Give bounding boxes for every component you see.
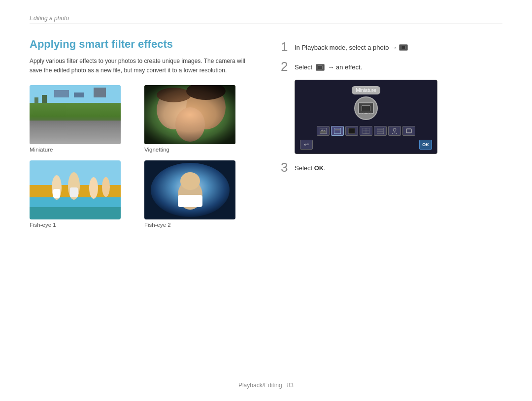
step-1: 1 In Playback mode, select a photo →: [281, 40, 502, 53]
svg-rect-19: [30, 207, 121, 219]
fisheye1-label: Fish-eye 1: [30, 222, 136, 228]
list-item: Vignetting: [144, 85, 251, 153]
svg-point-10: [157, 90, 191, 129]
tooltip-bubble: Miniature: [352, 86, 380, 94]
top-divider: [30, 24, 502, 24]
svg-marker-33: [320, 129, 326, 131]
fisheye2-photo: [144, 160, 235, 219]
filter-icon-6[interactable]: [388, 126, 401, 136]
filter-icon-7[interactable]: [402, 126, 415, 136]
filter-icon-2[interactable]: [331, 126, 344, 136]
panel-inner: Miniature: [300, 86, 432, 150]
svg-rect-7: [74, 93, 84, 97]
right-section: 1 In Playback mode, select a photo → 2 S…: [281, 38, 502, 228]
svg-rect-15: [144, 85, 235, 144]
step-1-text: In Playback mode, select a photo →: [295, 40, 408, 53]
vignetting-photo: [144, 85, 235, 144]
filter-icon-4[interactable]: [360, 126, 372, 136]
step-number-3: 3: [281, 161, 291, 174]
svg-rect-2: [30, 127, 121, 144]
svg-rect-32: [320, 131, 326, 133]
panel-bottom: ↩ OK: [300, 140, 432, 150]
miniature-label: Miniature: [30, 147, 136, 153]
footer-page-number: 83: [287, 382, 294, 389]
svg-point-23: [102, 177, 110, 197]
list-item: Miniature: [30, 85, 136, 153]
list-item: Fish-eye 2: [144, 160, 251, 228]
svg-rect-38: [349, 128, 355, 133]
svg-rect-30: [178, 195, 202, 207]
svg-point-22: [89, 177, 98, 199]
section-description: Apply various filter effects to your pho…: [30, 57, 251, 75]
svg-point-13: [157, 88, 191, 102]
content-area: Applying smart filter effects Apply vari…: [30, 38, 502, 228]
step-2: 2 Select → an effect.: [281, 60, 502, 73]
fisheye1-photo: [30, 160, 121, 219]
page-footer: Playback/Editing 83: [0, 382, 532, 389]
svg-rect-25: [70, 187, 78, 197]
breadcrumb: Editing a photo: [30, 15, 502, 22]
filter-icon-1[interactable]: [317, 126, 330, 136]
svg-rect-4: [34, 97, 38, 110]
svg-rect-46: [406, 129, 411, 133]
svg-rect-6: [54, 90, 69, 97]
ok-button[interactable]: OK: [419, 140, 432, 150]
section-title: Applying smart filter effects: [30, 38, 251, 51]
svg-point-45: [393, 128, 396, 131]
svg-point-14: [186, 85, 226, 100]
svg-point-11: [186, 85, 226, 129]
step-number-1: 1: [281, 40, 291, 53]
step-3: 3 Select OK.: [281, 161, 502, 174]
list-item: Fish-eye 1: [30, 160, 136, 228]
tooltip-container: Miniature: [352, 86, 380, 120]
fisheye2-label: Fish-eye 2: [144, 222, 251, 228]
vignetting-label: Vignetting: [144, 147, 251, 153]
camera-panel: Miniature: [295, 80, 437, 154]
selected-icon-large: [354, 96, 378, 120]
svg-rect-36: [335, 129, 340, 130]
step-3-text: Select OK.: [295, 161, 326, 173]
svg-rect-9: [144, 85, 235, 144]
filter-icon-3[interactable]: [345, 126, 358, 136]
filter-icon-5[interactable]: [374, 126, 387, 136]
svg-rect-8: [94, 88, 106, 97]
svg-point-29: [180, 172, 200, 190]
icon-toolbar: [317, 126, 415, 136]
svg-rect-1: [30, 110, 121, 127]
photo-grid: Miniature: [30, 85, 251, 228]
left-section: Applying smart filter effects Apply vari…: [30, 38, 251, 228]
page-container: Editing a photo Applying smart filter ef…: [0, 0, 532, 401]
svg-point-12: [175, 107, 205, 142]
step-2-text: Select → an effect.: [295, 60, 362, 72]
svg-rect-42: [377, 128, 384, 134]
footer-text: Playback/Editing: [238, 382, 282, 389]
svg-rect-24: [53, 189, 60, 198]
ok-label: OK: [422, 142, 429, 147]
back-button[interactable]: ↩: [300, 140, 313, 150]
step-number-2: 2: [281, 60, 291, 73]
miniature-photo: [30, 85, 121, 144]
svg-rect-5: [42, 95, 47, 110]
